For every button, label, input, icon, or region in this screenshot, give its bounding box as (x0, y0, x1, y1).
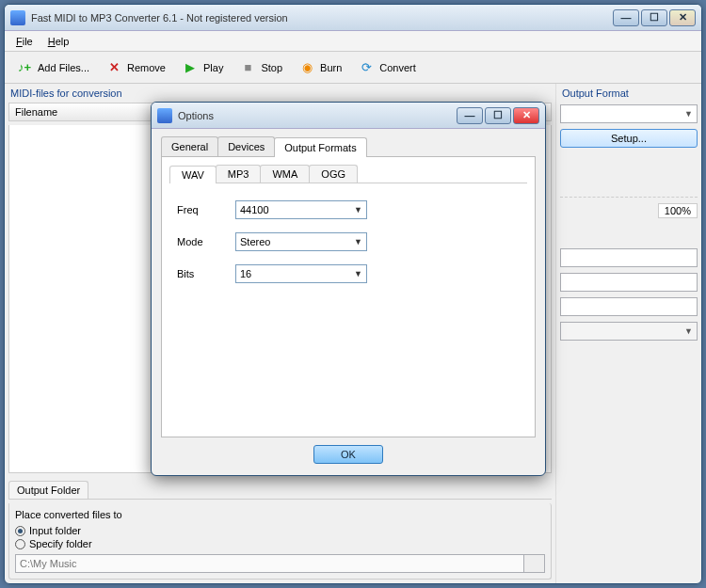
mode-dropdown[interactable]: Stereo ▼ (235, 232, 367, 251)
tab-devices[interactable]: Devices (217, 136, 275, 156)
close-button[interactable]: ✕ (669, 9, 696, 26)
burn-icon: ◉ (297, 58, 316, 77)
subtab-wav[interactable]: WAV (169, 166, 217, 183)
setup-button[interactable]: Setup... (560, 129, 698, 148)
add-files-button[interactable]: ♪+ Add Files... (8, 55, 96, 81)
app-icon (10, 10, 25, 25)
maximize-button[interactable]: ☐ (641, 9, 667, 26)
menubar: File Help (5, 31, 701, 52)
bits-label: Bits (177, 268, 224, 279)
stop-label: Stop (261, 62, 282, 73)
output-folder-group: Place converted files to Input folder Sp… (8, 503, 552, 580)
radio-specify-label: Specify folder (29, 538, 92, 549)
chevron-down-icon: ▼ (684, 326, 693, 336)
progress-percent: 100% (658, 203, 698, 218)
output-format-dropdown[interactable]: ▼ (560, 104, 698, 123)
tab-output-formats[interactable]: Output Formats (274, 137, 366, 157)
subtab-mp3[interactable]: MP3 (216, 165, 262, 183)
play-button[interactable]: ▶ Play (174, 55, 230, 81)
play-icon: ▶ (181, 58, 200, 77)
chevron-down-icon: ▼ (354, 205, 362, 215)
burn-label: Burn (320, 62, 342, 73)
convert-label: Convert (379, 62, 416, 73)
remove-icon: ✕ (104, 58, 123, 77)
freq-label: Freq (177, 204, 224, 215)
options-dialog: Options — ☐ ✕ General Devices Output For… (151, 102, 546, 476)
freq-value: 44100 (240, 204, 269, 215)
radio-input-label: Input folder (29, 525, 81, 536)
right-field-1[interactable] (560, 248, 698, 267)
add-files-label: Add Files... (38, 62, 89, 73)
midi-group-title: MIDI-files for conversion (8, 87, 552, 99)
toolbar: ♪+ Add Files... ✕ Remove ▶ Play ■ Stop ◉… (5, 52, 701, 84)
radio-input-folder[interactable]: Input folder (15, 524, 545, 537)
right-field-2[interactable] (560, 273, 698, 292)
right-dropdown[interactable]: ▼ (560, 322, 698, 341)
dialog-close-button[interactable]: ✕ (513, 107, 539, 124)
subtab-wma[interactable]: WMA (260, 165, 310, 183)
bits-dropdown[interactable]: 16 ▼ (235, 264, 367, 283)
menu-file[interactable]: File (10, 34, 39, 49)
stop-icon: ■ (238, 58, 257, 77)
chevron-down-icon: ▼ (354, 269, 362, 278)
mode-label: Mode (177, 236, 224, 247)
freq-dropdown[interactable]: 44100 ▼ (235, 200, 367, 219)
subtab-ogg[interactable]: OGG (309, 165, 358, 183)
radio-icon (15, 526, 25, 536)
chevron-down-icon: ▼ (684, 109, 693, 119)
tab-general[interactable]: General (161, 136, 218, 156)
app-icon (157, 108, 172, 123)
add-icon: ♪+ (15, 58, 34, 77)
convert-icon: ⟳ (357, 58, 376, 77)
radio-specify-folder[interactable]: Specify folder (15, 537, 545, 550)
stop-button[interactable]: ■ Stop (232, 55, 289, 81)
place-label: Place converted files to (15, 507, 545, 524)
play-label: Play (203, 62, 223, 73)
burn-button[interactable]: ◉ Burn (291, 55, 348, 81)
statusbar (5, 583, 701, 584)
output-format-title: Output Format (560, 87, 698, 99)
dialog-titlebar[interactable]: Options — ☐ ✕ (152, 103, 545, 129)
remove-button[interactable]: ✕ Remove (98, 55, 172, 81)
chevron-down-icon: ▼ (354, 237, 362, 246)
main-titlebar[interactable]: Fast MIDI to MP3 Converter 6.1 - Not reg… (5, 5, 701, 31)
bits-value: 16 (240, 268, 251, 279)
output-path-input[interactable] (15, 554, 524, 573)
main-title: Fast MIDI to MP3 Converter 6.1 - Not reg… (31, 12, 613, 24)
tab-output-folder[interactable]: Output Folder (8, 481, 88, 499)
mode-value: Stereo (240, 236, 270, 247)
ok-button[interactable]: OK (313, 445, 383, 464)
dialog-minimize-button[interactable]: — (457, 107, 483, 124)
dialog-title: Options (178, 110, 457, 121)
minimize-button[interactable]: — (613, 9, 639, 26)
browse-button[interactable] (524, 554, 545, 573)
remove-label: Remove (127, 62, 166, 73)
dialog-maximize-button[interactable]: ☐ (485, 107, 511, 124)
convert-button[interactable]: ⟳ Convert (350, 55, 423, 81)
radio-icon (15, 539, 25, 549)
menu-help[interactable]: Help (42, 34, 75, 49)
right-field-3[interactable] (560, 297, 698, 316)
